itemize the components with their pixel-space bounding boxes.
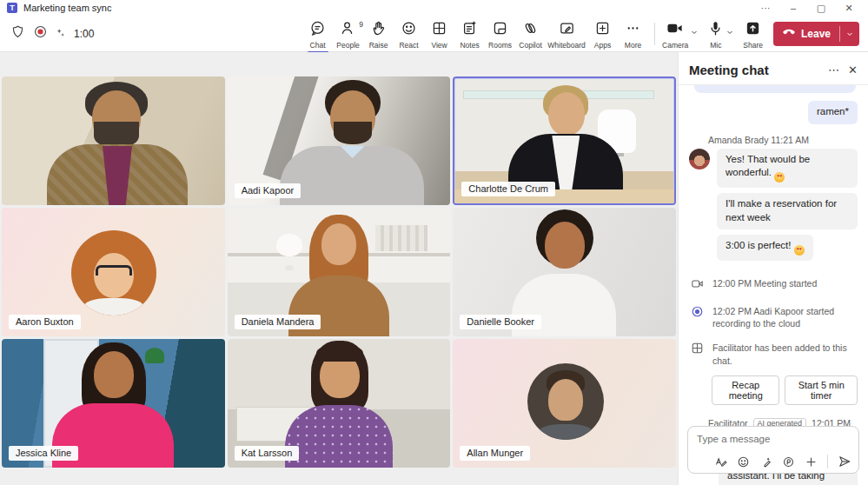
toolbar-tabstrip: Chat 9 People Raise React View Notes Roo… bbox=[303, 17, 647, 50]
device-label: Share bbox=[743, 41, 763, 50]
facilitator-added-icon bbox=[691, 342, 704, 358]
heart-eyes-emoji: ♥♥ bbox=[774, 172, 785, 183]
maximize-button[interactable]: ▢ bbox=[809, 1, 833, 15]
mic-button[interactable]: Mic bbox=[707, 17, 724, 50]
camera-chevron-icon[interactable] bbox=[690, 24, 699, 40]
share-icon bbox=[745, 20, 761, 40]
tab-label: Copilot bbox=[519, 41, 541, 50]
chat-icon bbox=[309, 20, 326, 40]
record-event-icon bbox=[691, 305, 704, 322]
leave-chevron-icon[interactable] bbox=[840, 30, 859, 38]
meeting-toolbar: 1:00 Chat 9 People Raise React View Note… bbox=[0, 16, 868, 52]
video-tile-jessica-kline[interactable]: Jessica Kline bbox=[2, 339, 225, 468]
video-tile-allan-munger[interactable]: Allan Munger bbox=[453, 339, 676, 468]
leave-label: Leave bbox=[801, 28, 831, 40]
close-button[interactable]: ✕ bbox=[837, 1, 861, 15]
recap-meeting-button[interactable]: Recap meeting bbox=[712, 375, 779, 405]
tab-more[interactable]: More bbox=[619, 17, 647, 50]
mic-icon bbox=[707, 20, 724, 40]
mic-chevron-icon[interactable] bbox=[726, 24, 734, 40]
chat-message: 3:00 is perfect! ♥♥ bbox=[717, 235, 813, 261]
chat-message-self: ramen* bbox=[808, 101, 858, 124]
tab-apps[interactable]: Apps bbox=[588, 17, 617, 50]
tab-label: Raise bbox=[369, 41, 388, 50]
window-title: Marketing team sync bbox=[23, 3, 111, 13]
participant-name-label: Allan Munger bbox=[460, 446, 530, 461]
avatar bbox=[71, 230, 156, 316]
video-tile-aadi-kapoor[interactable]: Aadi Kapoor bbox=[228, 76, 451, 205]
chat-more-options-icon[interactable]: ⋯ bbox=[828, 63, 839, 76]
shield-icon bbox=[10, 24, 25, 43]
chat-message-list[interactable]: ramen* Amanda Brady 11:21 AM Yes! That w… bbox=[679, 85, 868, 485]
device-label: Camera bbox=[662, 41, 688, 50]
tab-people[interactable]: 9 People bbox=[334, 17, 362, 50]
tab-raise[interactable]: Raise bbox=[364, 17, 393, 50]
people-count-badge: 9 bbox=[359, 20, 363, 29]
title-bar: T Marketing team sync ··· – ▢ ✕ bbox=[0, 0, 868, 16]
event-meeting-started: 12:00 PM Meeting started bbox=[691, 277, 858, 294]
tab-rooms[interactable]: Rooms bbox=[486, 17, 514, 50]
attach-plus-icon[interactable] bbox=[805, 455, 818, 468]
meeting-stage: Aadi Kapoor Charlotte De Crum Aaron Buxt… bbox=[0, 52, 678, 485]
toolbar-divider bbox=[654, 23, 655, 45]
meeting-chat-panel: Meeting chat ⋯ ✕ ramen* Amanda Brady 11:… bbox=[678, 52, 868, 485]
tab-notes[interactable]: Notes bbox=[455, 17, 484, 50]
chat-message: Yes! That would be wonderful. ♥♥ bbox=[717, 149, 858, 189]
leave-button[interactable]: Leave bbox=[773, 22, 859, 46]
raise-hand-icon bbox=[370, 20, 387, 40]
message-input[interactable] bbox=[688, 427, 858, 444]
avatar bbox=[527, 363, 604, 440]
message-author-timestamp: Amanda Brady 11:21 AM bbox=[708, 135, 858, 145]
start-timer-button[interactable]: Start 5 min timer bbox=[785, 375, 858, 405]
tab-copilot[interactable]: Copilot bbox=[516, 17, 545, 50]
view-grid-icon bbox=[431, 20, 447, 40]
copilot-icon bbox=[522, 20, 539, 40]
composer-divider bbox=[827, 455, 828, 468]
message-composer[interactable] bbox=[687, 426, 859, 474]
notes-icon bbox=[461, 20, 478, 40]
tab-react[interactable]: React bbox=[394, 17, 423, 50]
tab-chat[interactable]: Chat bbox=[303, 17, 332, 50]
camera-event-icon bbox=[691, 277, 704, 294]
chat-message: I'll make a reservation for next week bbox=[717, 193, 858, 229]
panel-title: Meeting chat bbox=[689, 63, 769, 77]
tab-label: Apps bbox=[594, 41, 611, 50]
avatar-amanda-brady[interactable] bbox=[689, 149, 710, 169]
participant-name-label: Charlotte De Crum bbox=[461, 182, 555, 196]
participant-name-label: Kat Larsson bbox=[235, 446, 300, 461]
recording-indicator-icon bbox=[33, 24, 48, 43]
tab-label: Chat bbox=[310, 41, 326, 50]
video-grid: Aadi Kapoor Charlotte De Crum Aaron Buxt… bbox=[2, 76, 676, 468]
tab-label: Notes bbox=[460, 41, 479, 50]
video-tile-daniela-mandera[interactable]: Daniela Mandera bbox=[228, 208, 451, 336]
heart-eyes-emoji: ♥♥ bbox=[794, 245, 805, 256]
window-more-button[interactable]: ··· bbox=[753, 1, 778, 15]
tab-label: Whiteboard bbox=[547, 41, 585, 50]
tab-label: Rooms bbox=[488, 41, 512, 50]
tab-label: More bbox=[625, 41, 641, 50]
send-icon[interactable] bbox=[838, 455, 851, 468]
video-tile-aaron-buxton[interactable]: Aaron Buxton bbox=[2, 208, 225, 336]
loop-component-icon[interactable] bbox=[782, 455, 795, 468]
minimize-button[interactable]: – bbox=[781, 1, 805, 15]
video-tile-danielle-booker[interactable]: Danielle Booker bbox=[453, 208, 676, 336]
hangup-phone-icon bbox=[782, 27, 796, 40]
format-icon[interactable] bbox=[714, 455, 727, 468]
event-facilitator-added: Facilitator has been added to this chat. bbox=[691, 342, 858, 367]
video-tile-participant-1[interactable] bbox=[2, 76, 225, 205]
tab-label: React bbox=[399, 41, 418, 50]
tab-label: People bbox=[336, 41, 359, 50]
share-button[interactable]: Share bbox=[743, 17, 763, 50]
tab-whiteboard[interactable]: Whiteboard bbox=[547, 17, 586, 50]
copilot-compose-icon[interactable] bbox=[759, 455, 772, 468]
camera-button[interactable]: Camera bbox=[662, 17, 688, 50]
chat-close-icon[interactable]: ✕ bbox=[848, 63, 858, 76]
video-tile-kat-larsson[interactable]: Kat Larsson bbox=[228, 339, 451, 468]
tab-view[interactable]: View bbox=[425, 17, 454, 50]
react-smiley-icon bbox=[401, 20, 417, 40]
video-tile-charlotte-de-crum[interactable]: Charlotte De Crum bbox=[453, 76, 676, 205]
participant-name-label: Danielle Booker bbox=[460, 315, 541, 329]
emoji-icon[interactable] bbox=[737, 455, 750, 468]
more-dots-icon bbox=[625, 20, 641, 40]
teams-logo-icon: T bbox=[7, 3, 17, 13]
